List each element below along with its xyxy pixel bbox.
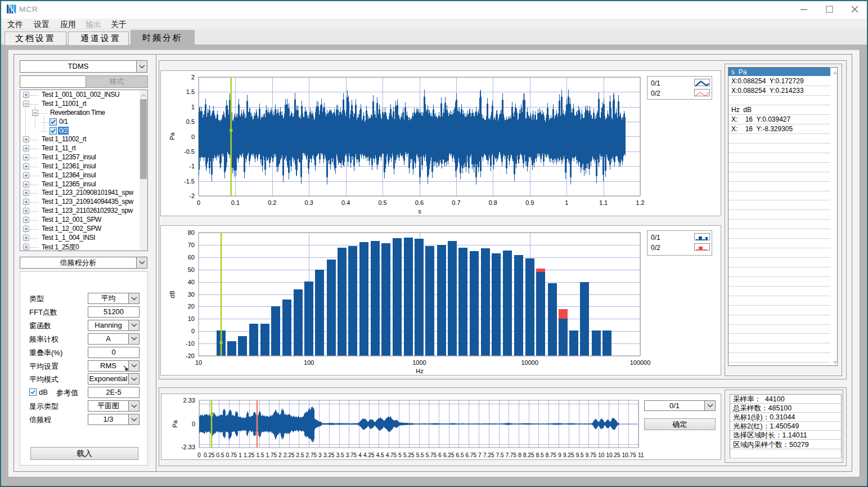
svg-text:70: 70 <box>188 242 195 248</box>
svg-text:9.5: 9.5 <box>576 452 584 458</box>
svg-text:1.75: 1.75 <box>266 452 277 458</box>
svg-text:4: 4 <box>358 452 362 458</box>
svg-text:20: 20 <box>188 303 195 310</box>
svg-text:9.25: 9.25 <box>563 452 574 458</box>
svg-text:0.5: 0.5 <box>186 118 195 125</box>
svg-text:s: s <box>418 208 421 215</box>
svg-text:0.6: 0.6 <box>415 199 424 206</box>
svg-text:1: 1 <box>191 104 195 110</box>
svg-text:11: 11 <box>638 452 644 458</box>
svg-text:100: 100 <box>304 359 314 366</box>
svg-text:0: 0 <box>197 199 200 206</box>
svg-text:9: 9 <box>558 452 561 458</box>
svg-text:80: 80 <box>188 229 195 236</box>
svg-text:0.9: 0.9 <box>525 199 534 206</box>
svg-text:50: 50 <box>188 266 195 273</box>
svg-text:0: 0 <box>191 133 195 140</box>
svg-text:1: 1 <box>239 452 242 458</box>
svg-text:30: 30 <box>188 291 195 298</box>
svg-text:8.25: 8.25 <box>523 452 534 458</box>
svg-text:-2: -2 <box>189 193 195 199</box>
svg-text:4.25: 4.25 <box>363 452 375 458</box>
svg-text:6: 6 <box>438 452 442 458</box>
svg-text:6.75: 6.75 <box>466 452 477 458</box>
svg-text:3.75: 3.75 <box>346 452 357 458</box>
svg-text:2: 2 <box>191 74 195 81</box>
svg-text:2.25: 2.25 <box>284 452 295 458</box>
svg-text:1000: 1000 <box>412 359 426 366</box>
svg-text:7.25: 7.25 <box>483 452 494 458</box>
svg-text:7.75: 7.75 <box>506 452 517 458</box>
svg-text:dB: dB <box>169 291 176 298</box>
svg-text:7: 7 <box>478 452 482 458</box>
svg-text:0.25: 0.25 <box>204 452 215 458</box>
svg-text:-0.5: -0.5 <box>184 148 195 155</box>
svg-text:0.8: 0.8 <box>489 199 497 206</box>
svg-text:1.2: 1.2 <box>636 199 644 206</box>
svg-text:Pa: Pa <box>169 132 176 140</box>
svg-text:0.1: 0.1 <box>231 199 240 206</box>
svg-text:-1: -1 <box>189 163 195 169</box>
svg-text:1.1: 1.1 <box>599 199 608 206</box>
svg-text:8.75: 8.75 <box>546 452 557 458</box>
svg-text:5.75: 5.75 <box>426 452 437 458</box>
svg-text:60: 60 <box>188 254 195 261</box>
svg-text:9.75: 9.75 <box>586 452 597 458</box>
svg-text:0.5: 0.5 <box>378 199 386 206</box>
svg-text:2.75: 2.75 <box>306 452 317 458</box>
svg-text:2: 2 <box>278 452 282 458</box>
svg-text:0.4: 0.4 <box>341 199 350 206</box>
svg-text:4.5: 4.5 <box>376 452 384 458</box>
svg-text:10: 10 <box>195 359 202 366</box>
svg-text:-2.33: -2.33 <box>181 444 195 450</box>
svg-text:-1.5: -1.5 <box>184 178 195 185</box>
svg-text:8: 8 <box>518 452 521 458</box>
svg-text:0.75: 0.75 <box>226 452 237 458</box>
svg-text:2.33: 2.33 <box>183 397 195 404</box>
svg-text:6.25: 6.25 <box>443 452 455 458</box>
svg-text:100000: 100000 <box>630 359 651 366</box>
svg-text:10: 10 <box>598 452 605 458</box>
svg-text:1.5: 1.5 <box>186 88 195 95</box>
svg-text:1.5: 1.5 <box>257 452 264 458</box>
svg-text:Hz: Hz <box>416 368 423 374</box>
svg-text:8.5: 8.5 <box>536 452 544 458</box>
svg-text:5.5: 5.5 <box>416 452 424 458</box>
svg-text:0.2: 0.2 <box>268 199 276 206</box>
svg-text:5: 5 <box>398 452 402 458</box>
svg-text:3.25: 3.25 <box>323 452 335 458</box>
svg-text:-20: -20 <box>186 352 195 359</box>
svg-text:10: 10 <box>188 315 195 322</box>
svg-text:1: 1 <box>565 199 568 206</box>
svg-text:0: 0 <box>192 421 195 427</box>
svg-text:0.5: 0.5 <box>217 452 224 458</box>
svg-text:Pa: Pa <box>172 419 178 427</box>
svg-text:10000: 10000 <box>521 359 539 366</box>
svg-text:1.25: 1.25 <box>244 452 255 458</box>
svg-text:4.75: 4.75 <box>386 452 397 458</box>
svg-text:6.5: 6.5 <box>456 452 464 458</box>
svg-text:0.3: 0.3 <box>305 199 313 206</box>
svg-text:0: 0 <box>197 452 201 458</box>
svg-text:10.75: 10.75 <box>622 452 636 458</box>
svg-text:5.25: 5.25 <box>403 452 415 458</box>
svg-text:0: 0 <box>191 328 195 334</box>
svg-text:0.7: 0.7 <box>452 199 460 206</box>
svg-text:10.25: 10.25 <box>606 452 620 458</box>
svg-text:3: 3 <box>318 452 322 458</box>
svg-text:2.5: 2.5 <box>296 452 304 458</box>
svg-text:40: 40 <box>188 279 195 285</box>
svg-text:7.5: 7.5 <box>496 452 504 458</box>
svg-text:3.5: 3.5 <box>336 452 344 458</box>
svg-text:-10: -10 <box>186 340 195 347</box>
